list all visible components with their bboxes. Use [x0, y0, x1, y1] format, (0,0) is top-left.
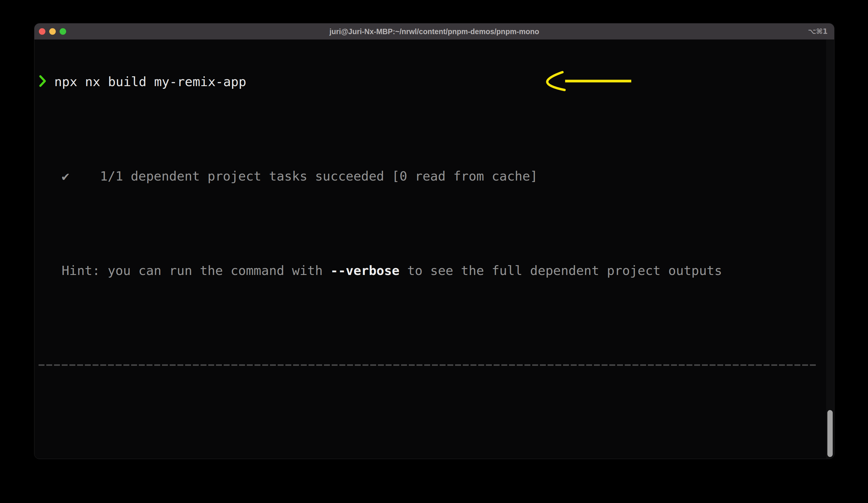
- command-text: npx nx build my-remix-app: [46, 74, 246, 89]
- terminal-window: juri@Juri-Nx-MBP:~/nrwl/content/pnpm-dem…: [34, 23, 835, 459]
- window-title: juri@Juri-Nx-MBP:~/nrwl/content/pnpm-dem…: [329, 27, 539, 36]
- verbose-flag: --verbose: [330, 263, 400, 278]
- minimize-button[interactable]: [49, 28, 56, 35]
- close-button[interactable]: [39, 28, 45, 35]
- traffic-lights: [34, 28, 66, 35]
- scrollbar-track[interactable]: [826, 40, 834, 459]
- hint-line: Hint: you can run the command with --ver…: [39, 263, 834, 279]
- titlebar[interactable]: juri@Juri-Nx-MBP:~/nrwl/content/pnpm-dem…: [34, 23, 834, 40]
- tab-shortcut-badge: ⌥⌘1: [808, 27, 828, 36]
- tasks-succeeded-text: 1/1 dependent project tasks succeeded [0…: [70, 169, 538, 183]
- scrollbar-thumb[interactable]: [827, 410, 833, 457]
- terminal-content[interactable]: npx nx build my-remix-app ✔ 1/1 dependen…: [34, 40, 834, 459]
- prompt-chevron-icon: [39, 75, 46, 91]
- zoom-button[interactable]: [60, 28, 66, 35]
- command-line: npx nx build my-remix-app: [39, 74, 834, 90]
- tasks-succeeded-line: ✔ 1/1 dependent project tasks succeeded …: [39, 168, 834, 184]
- divider-gray: [39, 357, 834, 373]
- check-icon: ✔: [39, 169, 70, 183]
